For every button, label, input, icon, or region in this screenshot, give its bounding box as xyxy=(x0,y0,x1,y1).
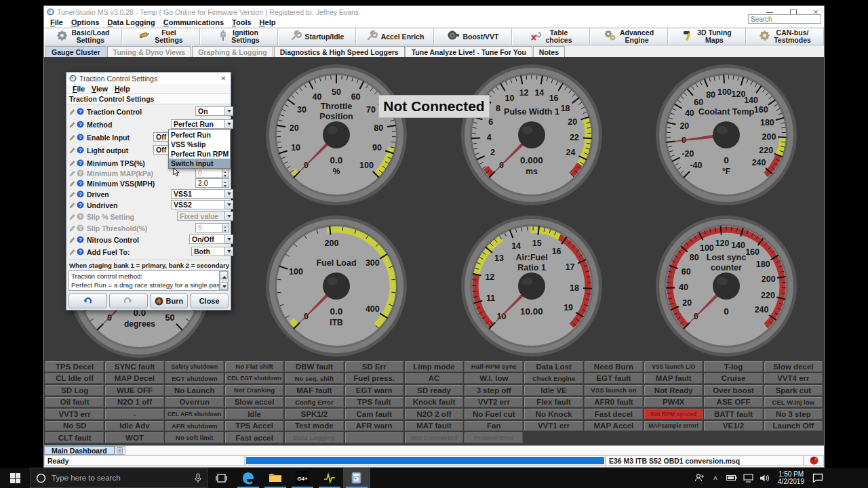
method-select[interactable]: Perfect Run xyxy=(171,119,233,129)
tunerstudio-taskbar-icon[interactable] xyxy=(343,468,370,488)
can-bus-testmodes-button[interactable]: CAN-bus/Testmodes xyxy=(746,28,824,45)
advanced-engine-button[interactable]: AdvancedEngine xyxy=(590,28,668,45)
chevron-down-icon[interactable] xyxy=(224,247,233,256)
minimum-vss-mph--spinner[interactable]: 2.0 xyxy=(195,178,229,188)
indicator-cel-w-inj-low: CEL W.Inj low xyxy=(764,397,823,408)
slip-threshold--spinner[interactable]: 5 xyxy=(195,223,229,232)
setting-label: Enable Input xyxy=(87,134,130,142)
start-button[interactable] xyxy=(0,468,30,488)
battery-icon[interactable] xyxy=(724,468,740,488)
indicator-map-accel: MAP Accel xyxy=(585,421,643,432)
redo-button[interactable] xyxy=(109,293,148,308)
menu-help[interactable]: Help xyxy=(256,18,279,26)
indicator-afr0-fault: AFR0 fault xyxy=(585,397,643,408)
spinner-arrows[interactable] xyxy=(222,179,229,187)
menu-communications[interactable]: Communications xyxy=(160,18,227,26)
nitrous-control-select[interactable]: On/Off xyxy=(189,235,233,244)
help-icon[interactable]: ? xyxy=(77,119,84,131)
dropdown-option-vss-slip[interactable]: VSS %slip xyxy=(169,140,230,149)
help-icon[interactable]: ? xyxy=(77,222,84,235)
tray-expand-icon[interactable]: ˄ xyxy=(707,468,724,488)
tab-notes[interactable]: Notes xyxy=(533,46,565,57)
indicator-vvt3-err: VVT3 err xyxy=(45,409,104,420)
edge-icon[interactable] xyxy=(235,468,262,488)
table-choices-button[interactable]: Tablechoices xyxy=(512,28,590,45)
chevron-down-icon[interactable] xyxy=(224,235,233,243)
help-icon[interactable]: ? xyxy=(77,131,84,144)
tab-main-dashboard[interactable]: Main Dashboard xyxy=(44,446,115,455)
burn-button[interactable]: Burn xyxy=(150,293,189,308)
tab-tune-analyze-live-tune-for-you[interactable]: Tune Analyze Live! - Tune For You xyxy=(406,46,532,57)
slip-setting-select[interactable]: Fixed value xyxy=(177,211,233,221)
help-scrollbar[interactable] xyxy=(219,271,228,290)
dialog-menu-view[interactable]: View xyxy=(88,85,111,93)
basic-load-settings-button[interactable]: Basic/LoadSettings xyxy=(44,28,122,45)
setting-label: Add Fuel To: xyxy=(87,248,130,256)
dropdown-option-perfect-run-rpm[interactable]: Perfect Run RPM xyxy=(169,149,230,159)
taskbar-clock[interactable]: 1:50 PM4/2/2019 xyxy=(772,470,810,485)
network-icon[interactable] xyxy=(740,468,756,488)
action-center-icon[interactable] xyxy=(810,468,826,488)
scroll-down-icon[interactable] xyxy=(220,282,228,290)
menu-tools[interactable]: Tools xyxy=(229,18,255,26)
dropdown-option-switch-input[interactable]: Switch input xyxy=(169,159,230,168)
add-dashboard-button[interactable] xyxy=(115,446,125,455)
boost-vvt-button[interactable]: Boost/VVT xyxy=(434,28,512,45)
close-dialog-button[interactable]: Close xyxy=(190,293,229,308)
indicator-no-flat-shift: No Flat shift xyxy=(225,361,283,372)
scroll-up-icon[interactable] xyxy=(220,271,228,279)
chevron-down-icon[interactable] xyxy=(224,120,233,128)
svg-text:16: 16 xyxy=(549,94,559,103)
minimum-map-kpa--spinner[interactable]: 0 xyxy=(195,168,229,178)
undriven-select[interactable]: VSS2 xyxy=(171,200,233,209)
dialog-menu-help[interactable]: Help xyxy=(111,85,134,93)
dialog-menu-file[interactable]: File xyxy=(69,85,88,93)
driven-select[interactable]: VSS1 xyxy=(171,189,233,199)
3d-tuning-maps-button[interactable]: 3D TuningMaps xyxy=(668,28,746,45)
g4-app-icon[interactable]: G4+ xyxy=(289,468,316,488)
spinner-arrows[interactable] xyxy=(222,169,229,177)
traction-control-select[interactable]: On xyxy=(195,106,233,116)
tab-gauge-cluster[interactable]: Gauge Cluster xyxy=(45,46,106,57)
chevron-down-icon[interactable] xyxy=(224,107,233,115)
svg-text:160: 160 xyxy=(745,247,760,257)
dropdown-option-perfect-run[interactable]: Perfect Run xyxy=(169,130,230,140)
help-icon[interactable]: ? xyxy=(77,234,84,246)
undo-button[interactable] xyxy=(68,293,107,308)
add-fuel-to--select[interactable]: Both xyxy=(191,247,233,256)
task-view-button[interactable] xyxy=(208,468,235,488)
menu-options[interactable]: Options xyxy=(68,18,103,26)
indicator-clt-fault: CLT fault xyxy=(45,432,104,443)
menu-data-logging[interactable]: Data Logging xyxy=(104,18,159,26)
tab-tuning-dyno-views[interactable]: Tuning & Dyno Views xyxy=(107,46,191,57)
startup-idle-button[interactable]: Startup/Idle xyxy=(278,28,356,45)
spinner-arrows[interactable] xyxy=(222,224,229,232)
logger-app-icon[interactable] xyxy=(316,468,343,488)
chevron-down-icon[interactable] xyxy=(224,190,233,198)
help-icon[interactable]: ? xyxy=(77,199,84,211)
help-icon[interactable]: ? xyxy=(77,144,84,157)
fuel-settings-button[interactable]: FuelSettings xyxy=(122,28,200,45)
svg-text:?: ? xyxy=(79,147,82,153)
accel-enrich-button[interactable]: Accel Enrich xyxy=(356,28,434,45)
chevron-down-icon[interactable] xyxy=(224,201,233,209)
tab-diagnostics-high-speed-loggers[interactable]: Diagnostics & High Speed Loggers xyxy=(274,46,405,57)
help-icon[interactable]: ? xyxy=(77,246,84,258)
speaker-icon[interactable] xyxy=(756,468,772,488)
svg-text:-40: -40 xyxy=(690,161,702,170)
people-icon[interactable] xyxy=(691,468,707,488)
ignition-settings-button[interactable]: IgnitionSettings xyxy=(200,28,278,45)
method-dropdown-list[interactable]: Perfect RunVSS %slipPerfect Run RPMSwitc… xyxy=(168,129,231,169)
help-icon[interactable]: ? xyxy=(77,211,84,223)
chevron-down-icon[interactable] xyxy=(224,212,233,220)
help-icon[interactable]: ? xyxy=(77,106,84,118)
menu-file[interactable]: File xyxy=(47,18,66,26)
dialog-row-minimum-map-kpa-: ?Minimum MAP(kPa)0 xyxy=(69,168,228,178)
svg-text:13: 13 xyxy=(494,253,504,263)
tab-graphing-logging[interactable]: Graphing & Logging xyxy=(192,46,273,57)
file-explorer-icon[interactable] xyxy=(262,468,289,488)
taskbar-search[interactable]: Type here to search xyxy=(30,468,208,488)
search-input[interactable] xyxy=(748,14,821,24)
svg-text:15: 15 xyxy=(532,239,542,248)
dialog-close-icon[interactable]: × xyxy=(219,74,228,83)
